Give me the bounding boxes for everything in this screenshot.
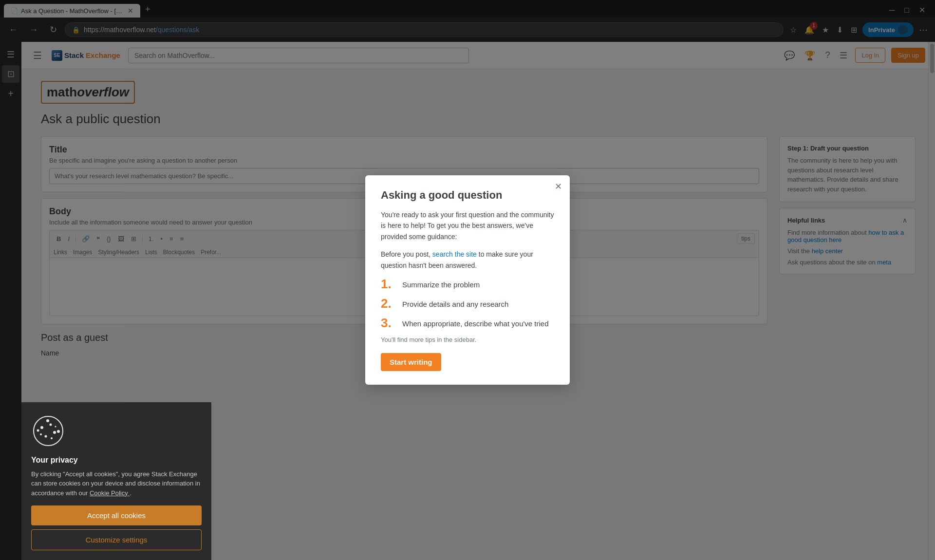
start-writing-btn[interactable]: Start writing xyxy=(381,353,441,371)
modal-tips: You'll find more tips in the sidebar. xyxy=(381,336,554,343)
modal-close-btn[interactable]: ✕ xyxy=(555,181,562,192)
svg-point-2 xyxy=(50,423,52,426)
modal-step-3: 3. When appropriate, describe what you'v… xyxy=(381,317,554,329)
modal-intro: You're ready to ask your first question … xyxy=(381,209,554,242)
cookie-policy-link[interactable]: Cookie Policy xyxy=(90,489,130,497)
svg-point-6 xyxy=(40,433,42,435)
svg-point-5 xyxy=(51,437,53,439)
modal-steps: 1. Summarize the problem 2. Provide deta… xyxy=(381,278,554,329)
search-the-site-link[interactable]: search the site xyxy=(432,250,477,258)
step2-number: 2. xyxy=(381,297,395,310)
customize-settings-btn[interactable]: Customize settings xyxy=(31,529,202,550)
step1-number: 1. xyxy=(381,278,395,290)
step1-text: Summarize the problem xyxy=(402,278,480,290)
step3-number: 3. xyxy=(381,317,395,329)
cookie-text: By clicking "Accept all cookies", you ag… xyxy=(31,469,202,498)
modal-step-2: 2. Provide details and any research xyxy=(381,297,554,310)
svg-point-9 xyxy=(57,430,60,433)
cookie-icon xyxy=(31,414,202,450)
svg-point-3 xyxy=(53,431,56,434)
svg-point-4 xyxy=(45,435,47,437)
svg-point-10 xyxy=(37,429,39,431)
modal-dialog: ✕ Asking a good question You're ready to… xyxy=(365,175,570,385)
modal-step-1: 1. Summarize the problem xyxy=(381,278,554,290)
step3-text: When appropriate, describe what you've t… xyxy=(402,317,549,329)
step2-text: Provide details and any research xyxy=(402,297,508,309)
svg-point-7 xyxy=(55,426,56,427)
svg-point-1 xyxy=(40,426,43,429)
cookie-title: Your privacy xyxy=(31,456,202,465)
svg-point-8 xyxy=(46,419,49,422)
modal-search-para: Before you post, search the site to make… xyxy=(381,249,554,271)
modal-title: Asking a good question xyxy=(381,189,554,202)
accept-cookies-btn[interactable]: Accept all cookies xyxy=(31,505,202,525)
cookie-consent: Your privacy By clicking "Accept all coo… xyxy=(21,402,211,560)
